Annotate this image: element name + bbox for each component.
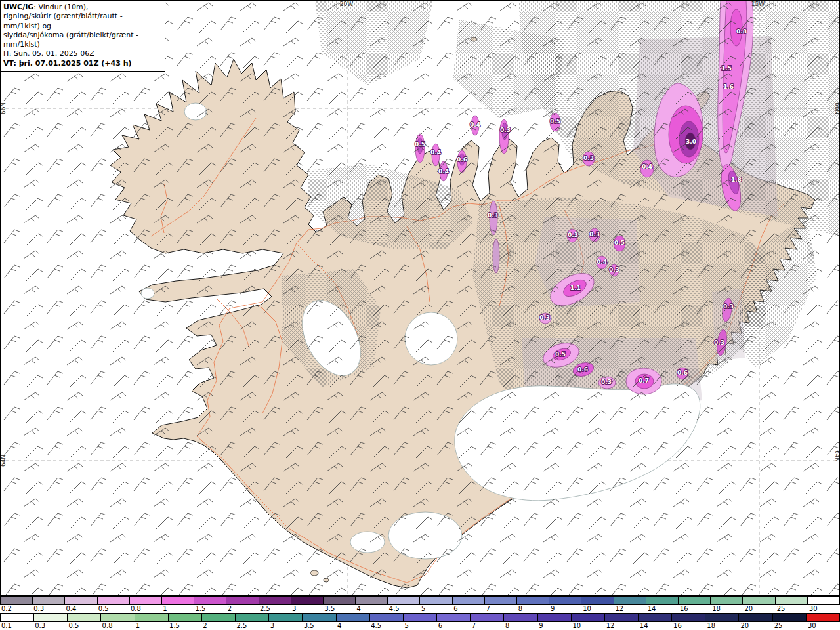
lat-label-64n-left: 64N — [0, 455, 7, 467]
precip-value-label: 0.3 — [488, 212, 498, 219]
scale-cell — [236, 613, 269, 622]
scale-cell — [202, 613, 236, 622]
lat-label-64n-right: 64N — [834, 450, 840, 462]
scale-tick-label: 4.5 — [388, 605, 420, 613]
precip-value-label: 0.3 — [601, 379, 612, 385]
scale-cell — [614, 596, 646, 605]
scale-cell — [130, 596, 162, 605]
precip-value-label: 0.4 — [642, 163, 652, 170]
scale-cell — [672, 613, 705, 622]
precip-value-label: 1.8 — [731, 177, 742, 183]
precip-value-label: 0.7 — [639, 377, 649, 384]
title-line-1: UWC/IG: Vindur (10m), — [3, 3, 161, 12]
scale-cell — [773, 613, 807, 622]
scale-tick-label: 7 — [485, 605, 517, 613]
scale-tick-label: 0.8 — [101, 622, 135, 630]
scale-tick-label: 3.5 — [303, 622, 336, 630]
precip-value-label: 0.4 — [470, 121, 480, 128]
precip-value-label: 0.3 — [500, 127, 511, 133]
scale-tick-label: 14 — [639, 622, 672, 630]
scale-cell — [101, 613, 135, 622]
scale-tick-label: 2 — [226, 605, 259, 613]
scale-cell — [303, 613, 336, 622]
scale-cell — [776, 596, 808, 605]
precip-value-label: 0.6 — [578, 366, 588, 373]
precip-value-label: 0.3 — [714, 339, 724, 346]
scale-cell — [437, 613, 471, 622]
scale-tick-label: 4 — [356, 605, 388, 613]
scale-cell — [605, 613, 639, 622]
scale-tick-label: 0.3 — [33, 622, 67, 630]
scale-cell — [226, 596, 259, 605]
title-line-3: slydda/snjókoma (grátt/bleikt/grænt - mm… — [3, 31, 161, 50]
scale-cell — [504, 613, 537, 622]
scale-tick-label: 6 — [437, 622, 471, 630]
precip-value-label: 0.4 — [430, 149, 441, 156]
scale-tick-label: 2.5 — [235, 622, 268, 630]
scale-tick-label: 1.5 — [168, 622, 201, 630]
scale-cell — [194, 596, 226, 605]
scale-cell — [324, 596, 356, 605]
scale-tick-label: 5 — [420, 605, 452, 613]
scale-cell — [807, 613, 840, 622]
scale-tick-label: 3 — [291, 605, 323, 613]
precip-value-label: 1.5 — [721, 65, 732, 72]
scale-cell — [356, 596, 388, 605]
scale-tick-label: 0.1 — [0, 622, 33, 630]
scale-cell — [485, 596, 517, 605]
scale-cell — [639, 613, 672, 622]
scale-cell — [169, 613, 202, 622]
scale-cell — [646, 596, 679, 605]
lon-label-15w: 15W — [751, 1, 765, 7]
scale-cell — [549, 596, 581, 605]
scale-tick-label: 16 — [679, 605, 711, 613]
scale-cell — [581, 596, 614, 605]
scale-tick-label: 10 — [571, 622, 604, 630]
precip-value-label: 0.8 — [736, 28, 747, 35]
scale-tick-label: 9 — [549, 605, 581, 613]
scale-tick-label: 18 — [711, 605, 743, 613]
lat-label-66n-left: 66N — [0, 102, 7, 114]
weather-map: 0.5 0.4 0.4 0.6 0.4 0.3 0.5 0.3 0.4 3.0 … — [0, 0, 840, 596]
precip-value-label: 0.3 — [609, 266, 620, 273]
valid-time: VT: þri. 07.01.2025 01Z (+43 h) — [3, 59, 161, 68]
precip-value-label: 0.3 — [539, 314, 550, 321]
lat-label-66n-right: 66N — [834, 102, 840, 114]
scale-tick-label: 3 — [269, 622, 303, 630]
precip-value-label: 0.5 — [614, 240, 625, 246]
precip-value-label: 0.5 — [555, 351, 566, 358]
scale-cell — [388, 596, 420, 605]
scale-tick-label: 2 — [201, 622, 235, 630]
sleet-snow-color-scale: 0.20.30.40.50.811.522.533.544.5567891012… — [0, 596, 840, 613]
scale-cell — [743, 596, 775, 605]
scale-tick-label: 25 — [773, 622, 807, 630]
scale-tick-label: 1.5 — [194, 605, 226, 613]
scale-cell — [162, 596, 194, 605]
scale-tick-label: 8 — [504, 622, 537, 630]
scale-tick-label: 7 — [471, 622, 504, 630]
scale-cell — [538, 613, 572, 622]
scale-cell — [291, 596, 324, 605]
scale-cell — [679, 596, 711, 605]
scale-tick-label: 0.8 — [129, 605, 161, 613]
scale-tick-label: 20 — [743, 605, 775, 613]
scale-cell — [517, 596, 549, 605]
scale-tick-label: 16 — [672, 622, 705, 630]
scale-tick-label: 30 — [807, 622, 840, 630]
title-line-2: rigning/skúrir (grænt/blátt/rautt - mm/1… — [3, 12, 161, 31]
scale-tick-label: 5 — [403, 622, 436, 630]
scale-tick-label: 8 — [517, 605, 549, 613]
scale-cell — [471, 613, 504, 622]
rain-color-scale: 0.10.30.50.811.522.533.544.5567891012141… — [0, 613, 840, 630]
scale-cell — [0, 596, 33, 605]
scale-tick-label: 1 — [161, 605, 194, 613]
scale-tick-label: 0.3 — [32, 605, 64, 613]
scale-tick-label: 0.4 — [64, 605, 96, 613]
scale-cell — [269, 613, 303, 622]
scale-tick-label: 3.5 — [323, 605, 355, 613]
scale-cell — [33, 596, 65, 605]
forecast-info-box: UWC/IG: Vindur (10m), rigning/skúrir (gr… — [0, 0, 165, 72]
scale-cell — [739, 613, 772, 622]
init-time: IT: Sun. 05. 01. 2025 06Z — [3, 49, 161, 58]
precip-value-label: 0.3 — [568, 232, 578, 238]
